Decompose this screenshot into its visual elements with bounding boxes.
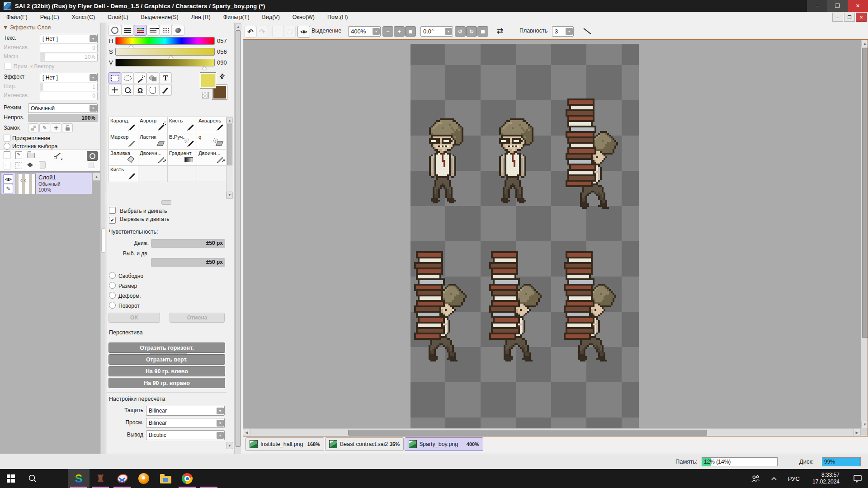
width-field[interactable]: 1 [40, 83, 98, 91]
smoothing-dropdown[interactable]: 3▼ [552, 26, 574, 37]
rotate-90-right-button[interactable]: На 90 гр. вправо [108, 378, 225, 388]
angle-reset-button[interactable] [477, 26, 488, 37]
text-tool[interactable]: T [159, 72, 172, 84]
eyedropper-tool[interactable] [159, 84, 172, 96]
color-wheel-button[interactable] [108, 25, 121, 36]
zoom-dropdown[interactable]: 400%▼ [348, 26, 381, 37]
intensity-field[interactable]: 0 [40, 44, 98, 52]
taskbar-sai2-app[interactable]: S [68, 469, 90, 488]
new-vector-layer-button[interactable]: ✎ [15, 151, 22, 159]
rotate-90-left-button[interactable]: На 90 гр. влево [108, 366, 225, 376]
mdi-minimize-button[interactable]: – [832, 13, 843, 22]
layer-mask-button[interactable] [87, 151, 98, 161]
hsv-sliders-button[interactable] [134, 25, 146, 36]
taskbar-screenshot-app[interactable] [111, 469, 133, 488]
duplicate-layer-button[interactable]: + [88, 162, 94, 168]
move-tool[interactable] [108, 84, 121, 96]
cancel-button[interactable]: Отмена [170, 313, 225, 323]
brush-fill[interactable]: Заливка [109, 150, 138, 165]
scroll-up-arrow[interactable]: ▲ [861, 40, 868, 47]
brush-brush2[interactable]: Кисть [109, 166, 138, 182]
brush-gradient[interactable]: Градиент [168, 150, 197, 165]
panel-grip[interactable] [161, 200, 171, 205]
brush-empty-slot[interactable] [138, 166, 167, 182]
brush-empty-slot[interactable] [197, 166, 226, 182]
apply-to-vector-checkbox[interactable] [5, 63, 11, 70]
hand-tool[interactable] [146, 84, 159, 96]
brush-vector-pen[interactable]: В.Руч. [168, 133, 197, 149]
new-layer-button[interactable] [4, 151, 10, 159]
tray-people-button[interactable] [746, 469, 765, 488]
saturation-marker[interactable] [169, 56, 173, 59]
selection-source-radio[interactable] [4, 143, 10, 150]
zoom-out-button[interactable]: − [382, 26, 393, 37]
scale-field[interactable]: 10% [40, 53, 98, 61]
scroll-right-arrow[interactable]: ▶ [853, 429, 861, 436]
layer-visibility-button[interactable] [3, 174, 13, 184]
deselect-button[interactable] [272, 26, 284, 38]
flip-vertical-button[interactable]: Отразить верт. [108, 354, 225, 365]
taskbar-explorer-app[interactable] [155, 469, 176, 488]
angle-dropdown[interactable]: 0.0°▼ [420, 26, 453, 37]
pixel-sprite-carrying[interactable] [489, 251, 543, 361]
clear-layer-button[interactable] [27, 162, 33, 168]
transparent-color-swatch[interactable] [202, 92, 209, 99]
redo-button[interactable]: ↷ [256, 26, 268, 38]
vector-edit-button[interactable]: ▼ [53, 151, 62, 159]
radio-deform[interactable]: Деформ. [109, 292, 141, 300]
brush-airbrush[interactable]: Аэрогр [138, 117, 167, 133]
selection-visibility-button[interactable] [297, 26, 310, 38]
minimize-button[interactable]: – [807, 0, 827, 12]
magic-wand-tool[interactable] [134, 72, 146, 84]
menu-canvas[interactable]: Холст(C) [66, 12, 102, 23]
mdi-close-button[interactable]: ✕ [856, 13, 867, 22]
drag-interpolation-dropdown[interactable]: Bilinear▼ [146, 406, 225, 416]
brush-eraser[interactable]: Ластик [138, 133, 167, 149]
radio-rotate[interactable]: Поворот [109, 302, 140, 310]
layer-row-layer1[interactable]: ✎ Слой1 Обычный 100% [1, 173, 92, 194]
undo-button[interactable]: ↶ [245, 26, 256, 38]
menu-edit[interactable]: Ред.(E) [34, 12, 66, 23]
brush-brush[interactable]: Кисть [168, 117, 197, 133]
brush-q[interactable]: q [197, 133, 226, 149]
close-button[interactable]: ✕ [848, 0, 868, 12]
texture-dropdown[interactable]: [ Нет ]▼ [40, 34, 98, 43]
saturation-slider[interactable] [115, 48, 215, 56]
menu-selection[interactable]: Выделение(S) [135, 12, 185, 23]
effect-dropdown[interactable]: [ Нет ]▼ [40, 73, 98, 82]
rect-select-tool[interactable] [108, 72, 121, 84]
pixel-sprite-carrying[interactable] [414, 251, 468, 361]
tab-beast-contract[interactable]: Beast contract.sai2 35% [325, 437, 404, 451]
transfer-down-button[interactable]: ↓ [4, 162, 10, 169]
layer-paint-mode-button[interactable]: ✎ [3, 184, 13, 193]
menu-filter[interactable]: Фильтр(T) [217, 12, 256, 23]
brush-marker[interactable]: Маркер [109, 133, 138, 149]
panel-scroll-down[interactable]: ▼ [226, 442, 233, 449]
tray-language-indicator[interactable]: РУС [783, 469, 805, 488]
lock-position-button[interactable] [51, 123, 61, 132]
select-and-move-checkbox[interactable] [109, 207, 116, 214]
menu-view[interactable]: Вид(V) [256, 12, 286, 23]
reselect-button[interactable] [284, 26, 296, 38]
menu-line[interactable]: Лин.(R) [185, 12, 217, 23]
flip-view-button[interactable]: ⇄ [494, 26, 506, 36]
layer-list-scroll-up[interactable]: ▲ [93, 173, 100, 181]
add-selection-button[interactable]: + [15, 162, 22, 169]
scroll-up-arrow[interactable]: ▲ [226, 117, 233, 124]
zoom-reset-button[interactable] [405, 26, 416, 37]
taskbar-search-button[interactable] [22, 469, 43, 488]
pixel-sprite-carrying[interactable] [566, 99, 620, 209]
select-sens-slider[interactable]: ±50 px [151, 258, 225, 267]
tab-institute-hall[interactable]: Institute_hall.png 168% [245, 437, 324, 451]
gray-bars-button[interactable] [121, 25, 134, 36]
value-slider[interactable] [115, 59, 215, 66]
lasso-tool[interactable] [121, 72, 134, 84]
brush-palette-scrollbar[interactable]: ▲ ▼ [226, 117, 233, 199]
zoom-tool[interactable] [121, 84, 134, 96]
scroll-left-arrow[interactable]: ◀ [243, 429, 250, 436]
brush-pencil[interactable]: Каранд. [109, 117, 138, 133]
preview-interpolation-dropdown[interactable]: Bilinear▼ [146, 418, 225, 428]
taskbar-background-app[interactable] [198, 469, 220, 488]
cut-and-move-checkbox[interactable]: ✔ [109, 217, 116, 224]
horizontal-scrollbar[interactable]: ◀ ▶ [243, 428, 861, 436]
